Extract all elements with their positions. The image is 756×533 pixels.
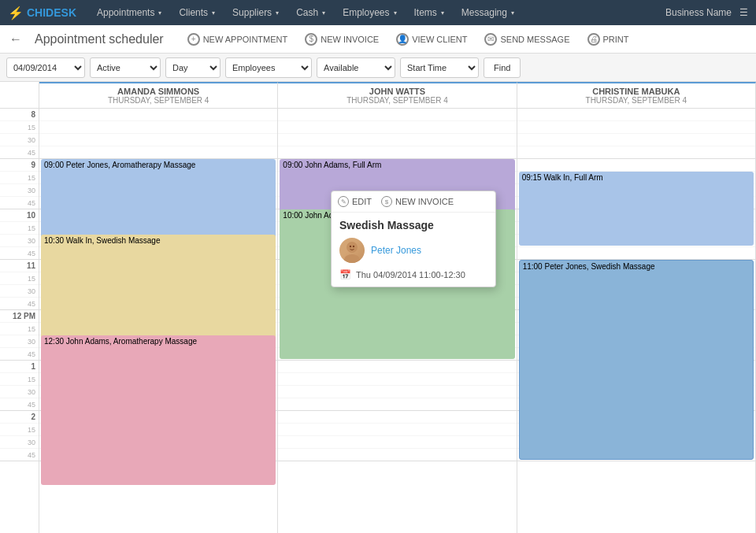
calendar-slot bbox=[517, 247, 755, 260]
calendar-slot bbox=[278, 134, 516, 146]
view-client-button[interactable]: 👤 VIEW CLIENT bbox=[391, 31, 472, 48]
time-slot: 45 bbox=[0, 449, 39, 461]
print-button[interactable]: 🖨 PRINT bbox=[583, 31, 634, 48]
calendar-icon: 📅 bbox=[339, 269, 351, 280]
filter-bar: 04/09/2014 Active Day Employees Availabl… bbox=[0, 54, 756, 82]
appointment[interactable]: 11:00 Peter Jones, Swedish Massage bbox=[519, 260, 754, 460]
logo[interactable]: ⚡ CHIDESK bbox=[8, 6, 76, 20]
find-button[interactable]: Find bbox=[484, 57, 521, 78]
popup-datetime: 📅 Thu 04/09/2014 11:00-12:30 bbox=[339, 269, 487, 280]
logo-text: CHIDESK bbox=[27, 6, 76, 19]
nav-items: Appointments ▾ Clients ▾ Suppliers ▾ Cas… bbox=[89, 0, 665, 25]
calendar-slot bbox=[39, 134, 277, 146]
column-amanda: 09:00 Peter Jones, Aromatherapy Massage1… bbox=[39, 109, 278, 533]
calendar-slot bbox=[517, 121, 755, 134]
new-invoice-popup-button[interactable]: $ NEW INVOICE bbox=[381, 196, 454, 207]
svg-point-2 bbox=[350, 246, 351, 247]
time-slot: 15 bbox=[0, 121, 39, 134]
availability-filter[interactable]: Available bbox=[317, 57, 395, 78]
calendar-columns: 09:00 Peter Jones, Aromatherapy Massage1… bbox=[39, 109, 756, 533]
dollar-icon: $ bbox=[305, 33, 317, 46]
time-slot: 45 bbox=[0, 146, 39, 159]
time-slot: 8 bbox=[0, 109, 39, 121]
time-slot: 45 bbox=[0, 348, 39, 361]
new-appointment-button[interactable]: + NEW APPOINTMENT bbox=[183, 31, 293, 48]
time-gutter-header bbox=[0, 82, 39, 108]
time-column: 81530459153045101530451115304512 PM15304… bbox=[0, 109, 39, 533]
employee-filter[interactable]: Employees bbox=[225, 57, 312, 78]
popup-actions: ✎ EDIT $ NEW INVOICE bbox=[332, 191, 495, 213]
time-slot: 30 bbox=[0, 386, 39, 398]
calendar-slot bbox=[39, 146, 277, 159]
time-slot: 15 bbox=[0, 323, 39, 335]
nav-suppliers[interactable]: Suppliers ▾ bbox=[224, 0, 287, 25]
view-filter[interactable]: Day bbox=[165, 57, 220, 78]
time-slot: 15 bbox=[0, 222, 39, 235]
time-slot: 15 bbox=[0, 272, 39, 285]
time-slot: 10 bbox=[0, 209, 39, 222]
calendar-slot bbox=[278, 121, 516, 134]
new-invoice-button[interactable]: $ NEW INVOICE bbox=[300, 31, 384, 48]
calendar-slot bbox=[278, 449, 516, 461]
calendar-slot bbox=[278, 436, 516, 449]
appointment[interactable]: 09:15 Walk In, Full Arm bbox=[519, 172, 754, 246]
chevron-down-icon: ▾ bbox=[394, 9, 397, 17]
calendar-slot bbox=[278, 398, 516, 411]
calendar-slot bbox=[278, 373, 516, 386]
calendar-slot bbox=[278, 109, 516, 121]
client-name[interactable]: Peter Jones bbox=[371, 245, 421, 256]
logo-icon: ⚡ bbox=[8, 6, 24, 20]
calendar-slot bbox=[278, 146, 516, 159]
person-icon: 👤 bbox=[396, 33, 409, 46]
chevron-down-icon: ▾ bbox=[511, 9, 514, 17]
nav-items[interactable]: Items ▾ bbox=[406, 0, 452, 25]
avatar bbox=[339, 238, 365, 263]
calendar-slot bbox=[39, 121, 277, 134]
calendar-slot bbox=[278, 424, 516, 436]
calendar-slot bbox=[517, 146, 755, 159]
nav-employees[interactable]: Employees ▾ bbox=[335, 0, 404, 25]
menu-icon[interactable]: ☰ bbox=[739, 7, 748, 18]
nav-appointments[interactable]: Appointments ▾ bbox=[89, 0, 169, 25]
toolbar: ← Appointment scheduler + NEW APPOINTMEN… bbox=[0, 25, 756, 54]
status-filter[interactable]: Active bbox=[90, 57, 161, 78]
column-john: 09:00 John Adams, Full Arm10:00 John Ada… bbox=[278, 109, 517, 533]
popup-client: Peter Jones bbox=[339, 238, 487, 263]
column-header-christine: CHRISTINE MABUKA THURSDAY, SEPTEMBER 4 bbox=[517, 82, 756, 108]
nav-messaging[interactable]: Messaging ▾ bbox=[454, 0, 522, 25]
date-filter[interactable]: 04/09/2014 bbox=[6, 57, 85, 78]
chevron-down-icon: ▾ bbox=[276, 9, 279, 17]
column-header-amanda: AMANDA SIMMONS THURSDAY, SEPTEMBER 4 bbox=[39, 82, 278, 108]
start-time-filter[interactable]: Start Time bbox=[400, 57, 479, 78]
popup-service-title: Swedish Massage bbox=[339, 219, 487, 231]
calendar-slot bbox=[278, 411, 516, 424]
appointment[interactable]: 12:30 John Adams, Aromatherapy Massage bbox=[41, 335, 276, 485]
time-slot: 12 PM bbox=[0, 310, 39, 323]
calendar-slot bbox=[517, 134, 755, 146]
edit-button[interactable]: ✎ EDIT bbox=[338, 196, 372, 207]
calendar-slot bbox=[278, 361, 516, 373]
nav-right: Business Name ☰ bbox=[665, 7, 748, 18]
time-slot: 30 bbox=[0, 184, 39, 197]
time-slot: 30 bbox=[0, 235, 39, 247]
nav-clients[interactable]: Clients ▾ bbox=[171, 0, 223, 25]
time-slot: 9 bbox=[0, 159, 39, 172]
calendar-slot bbox=[39, 109, 277, 121]
edit-icon: ✎ bbox=[338, 196, 349, 207]
calendar-container: AMANDA SIMMONS THURSDAY, SEPTEMBER 4 JOH… bbox=[0, 82, 756, 533]
calendar-slot bbox=[517, 109, 755, 121]
calendar-slot bbox=[517, 159, 755, 172]
back-button[interactable]: ← bbox=[9, 32, 22, 46]
time-slot: 15 bbox=[0, 424, 39, 436]
nav-cash[interactable]: Cash ▾ bbox=[288, 0, 333, 25]
time-slot: 1 bbox=[0, 361, 39, 373]
popup-body: Swedish Massage Peter Jones 📅 Thu 04 bbox=[332, 213, 495, 287]
svg-point-1 bbox=[344, 254, 360, 263]
print-icon: 🖨 bbox=[587, 33, 600, 46]
column-christine: 09:15 Walk In, Full Arm11:00 Peter Jones… bbox=[517, 109, 756, 533]
toolbar-actions: + NEW APPOINTMENT $ NEW INVOICE 👤 VIEW C… bbox=[183, 31, 634, 48]
send-message-button[interactable]: ✉ SEND MESSAGE bbox=[480, 31, 574, 48]
time-slot: 45 bbox=[0, 197, 39, 209]
time-slot: 11 bbox=[0, 260, 39, 272]
chevron-down-icon: ▾ bbox=[322, 9, 325, 17]
